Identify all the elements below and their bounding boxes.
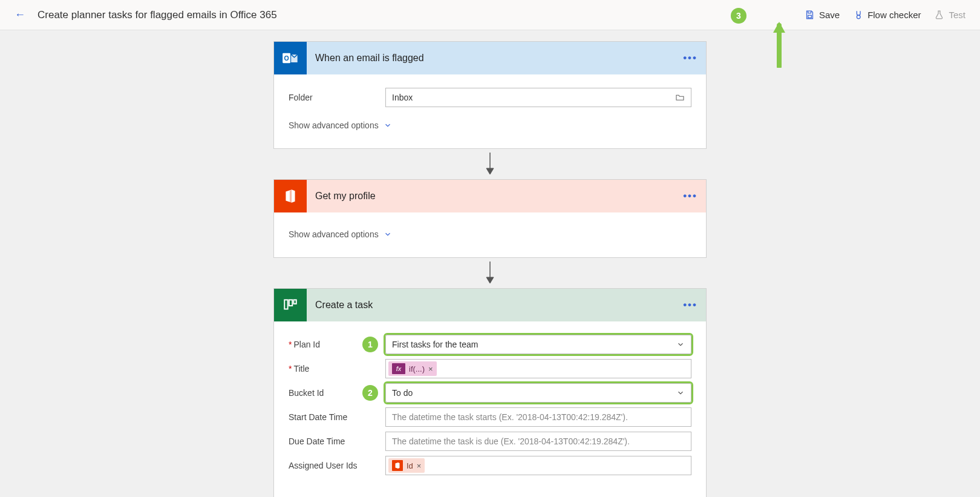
- svg-rect-6: [284, 300, 287, 309]
- flow-checker-label: Flow checker: [867, 10, 921, 20]
- test-label: Test: [949, 10, 965, 20]
- plan-id-select[interactable]: First tasks for the team: [385, 335, 691, 354]
- chevron-down-icon: [384, 230, 392, 239]
- save-icon: [805, 10, 815, 20]
- remove-token[interactable]: ×: [428, 364, 433, 374]
- save-button[interactable]: Save: [805, 10, 840, 20]
- start-date-input[interactable]: [385, 407, 691, 427]
- expression-token[interactable]: fx if(...) ×: [388, 361, 437, 376]
- assigned-input[interactable]: Id ×: [385, 456, 691, 475]
- fx-icon: fx: [392, 363, 405, 374]
- office-icon: [392, 460, 403, 471]
- show-advanced-profile[interactable]: Show advanced options: [289, 229, 392, 239]
- folder-value: Inbox: [392, 93, 413, 102]
- folder-input[interactable]: Inbox: [385, 88, 691, 107]
- toolbar-actions: Save Flow checker Test: [805, 10, 965, 20]
- step-header[interactable]: O When an email is flagged •••: [274, 42, 706, 74]
- chevron-down-icon: [676, 389, 685, 397]
- planner-icon: [274, 289, 307, 321]
- show-advanced-email[interactable]: Show advanced options: [289, 120, 392, 130]
- flow-canvas: O When an email is flagged ••• Folder In…: [0, 30, 980, 497]
- bucket-id-select[interactable]: To do: [385, 383, 691, 403]
- title-label: *Title: [289, 364, 385, 374]
- back-button[interactable]: ←: [15, 8, 25, 21]
- folder-label: Folder: [289, 93, 385, 102]
- outlook-icon: O: [274, 42, 307, 74]
- due-date-label: Due Date Time: [289, 436, 385, 446]
- svg-rect-7: [289, 300, 292, 306]
- bucket-id-value: To do: [392, 388, 413, 398]
- topbar: ← Create planner tasks for flagged email…: [0, 0, 980, 30]
- due-date-input[interactable]: [385, 432, 691, 451]
- test-button[interactable]: Test: [934, 10, 965, 20]
- svg-point-1: [857, 15, 861, 19]
- step-header[interactable]: Get my profile •••: [274, 180, 706, 212]
- remove-token[interactable]: ×: [417, 461, 422, 470]
- step-get-profile: Get my profile ••• Show advanced options: [273, 179, 707, 258]
- test-icon: [934, 10, 944, 20]
- folder-picker-icon[interactable]: [675, 93, 685, 103]
- flow-title: Create planner tasks for flagged emails …: [38, 9, 805, 21]
- step-title: Get my profile: [307, 191, 376, 202]
- callout-badge-1: 1: [362, 337, 378, 352]
- svg-rect-8: [293, 300, 296, 304]
- step-menu[interactable]: •••: [683, 190, 697, 202]
- step-create-task: Create a task ••• *Plan Id 1 First tasks…: [273, 288, 707, 497]
- flow-checker-icon: [853, 10, 863, 20]
- step-title: Create a task: [307, 300, 373, 311]
- chevron-down-icon: [676, 340, 685, 349]
- svg-text:O: O: [284, 54, 289, 62]
- callout-badge-2: 2: [362, 385, 378, 401]
- flow-checker-button[interactable]: Flow checker: [853, 10, 921, 20]
- step-email-flagged: O When an email is flagged ••• Folder In…: [273, 41, 707, 149]
- step-title: When an email is flagged: [307, 53, 424, 64]
- connector-arrow: [485, 149, 495, 179]
- office-icon: [274, 180, 307, 212]
- step-menu[interactable]: •••: [683, 299, 697, 311]
- connector-arrow: [485, 258, 495, 288]
- chevron-down-icon: [384, 121, 392, 130]
- title-input[interactable]: fx if(...) ×: [385, 359, 691, 378]
- step-menu[interactable]: •••: [683, 52, 697, 64]
- save-label: Save: [819, 10, 840, 20]
- step-header[interactable]: Create a task •••: [274, 289, 706, 321]
- plan-id-value: First tasks for the team: [392, 340, 478, 349]
- start-date-label: Start Date Time: [289, 412, 385, 422]
- dynamic-token-id[interactable]: Id ×: [388, 458, 425, 473]
- svg-rect-0: [808, 15, 812, 18]
- assigned-label: Assigned User Ids: [289, 461, 385, 470]
